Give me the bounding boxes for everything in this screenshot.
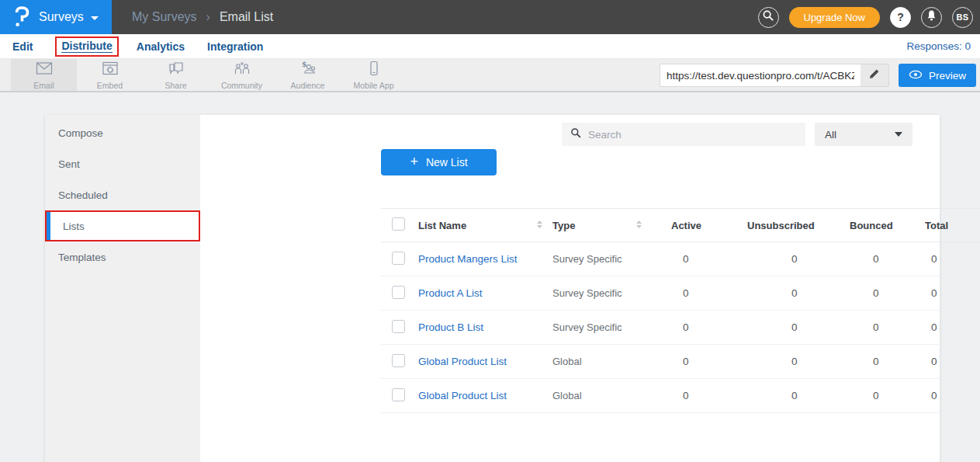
table-row: Global Product List Global 0 0 0 0: [381, 379, 980, 413]
distribute-channel-toolbar: Email Embed Share Community: [0, 59, 980, 92]
app-window: Surveys My Surveys › Email List Upgrade …: [0, 0, 980, 462]
list-type: Survey Specific: [552, 287, 652, 299]
unsubscribed-count: 0: [722, 287, 830, 299]
list-type-filter-dropdown[interactable]: All: [815, 123, 912, 146]
sidebar-item-compose[interactable]: Compose: [45, 117, 200, 148]
browser-gear-icon: [101, 61, 119, 79]
sidebar-item-scheduled[interactable]: Scheduled: [45, 179, 200, 210]
table-row: Product Mangers List Survey Specific 0 0…: [381, 242, 980, 276]
column-header-type[interactable]: Type: [552, 220, 652, 231]
breadcrumb: My Surveys › Email List: [132, 10, 273, 24]
channel-email[interactable]: Email: [11, 59, 77, 91]
top-header-bar: Surveys My Surveys › Email List Upgrade …: [0, 0, 980, 34]
active-count: 0: [652, 356, 722, 367]
survey-url-group: Preview: [660, 64, 976, 87]
list-search-input[interactable]: [588, 129, 797, 141]
notifications-button[interactable]: [921, 7, 942, 28]
list-name-link[interactable]: Global Product List: [418, 356, 507, 367]
question-mark-icon: ?: [897, 11, 904, 23]
list-type: Survey Specific: [552, 253, 652, 265]
total-count: 0: [908, 356, 970, 367]
breadcrumb-current-page: Email List: [220, 10, 273, 24]
channel-mobile-app[interactable]: Mobile App: [341, 59, 407, 91]
sort-icon[interactable]: [635, 220, 642, 231]
channel-community[interactable]: Community: [209, 59, 275, 91]
chevron-down-icon: [91, 16, 99, 20]
active-count: 0: [652, 253, 722, 265]
channel-share[interactable]: Share: [143, 59, 209, 91]
column-header-list-name[interactable]: List Name: [418, 220, 552, 231]
active-count: 0: [652, 287, 722, 299]
eye-icon: [909, 70, 923, 82]
search-button[interactable]: [758, 7, 779, 28]
total-count: 0: [908, 321, 970, 333]
list-name-link[interactable]: Product B List: [418, 321, 483, 333]
row-checkbox[interactable]: [392, 252, 405, 265]
distribute-annotation-box: Distribute: [55, 36, 118, 57]
questionpro-logo-icon: [12, 5, 31, 30]
list-type: Survey Specific: [552, 321, 652, 333]
list-type: Global: [552, 390, 652, 401]
total-count: 0: [908, 390, 970, 401]
plus-icon: +: [410, 155, 418, 168]
list-type: Global: [552, 356, 652, 367]
row-checkbox[interactable]: [392, 286, 405, 299]
mobile-phone-icon: [365, 61, 383, 79]
table-row: Global Product List Global 0 0 0 0: [381, 345, 980, 379]
list-name-link[interactable]: Product A List: [418, 287, 483, 299]
people-group-icon: [232, 61, 252, 79]
sort-icon[interactable]: [536, 220, 543, 231]
bounced-count: 0: [830, 287, 908, 299]
row-checkbox[interactable]: [392, 388, 405, 401]
new-list-button[interactable]: + New List: [381, 149, 497, 175]
tab-edit[interactable]: Edit: [12, 40, 33, 53]
bounced-count: 0: [830, 253, 908, 265]
total-count: 0: [908, 287, 970, 299]
upgrade-now-button[interactable]: Upgrade Now: [789, 7, 881, 28]
preview-button[interactable]: Preview: [899, 64, 976, 87]
responses-count[interactable]: Responses: 0: [906, 40, 971, 52]
tab-distribute[interactable]: Distribute: [61, 40, 112, 53]
breadcrumb-my-surveys[interactable]: My Surveys: [132, 10, 197, 24]
channel-embed[interactable]: Embed: [77, 59, 143, 91]
column-header-total: Total: [908, 220, 970, 231]
tab-integration[interactable]: Integration: [207, 40, 263, 53]
tab-analytics[interactable]: Analytics: [137, 40, 185, 53]
user-avatar[interactable]: BS: [952, 7, 973, 28]
table-header-row: List Name Type Active Unsubscribed Bounc…: [381, 208, 980, 242]
survey-url-box: [660, 64, 889, 87]
preview-label: Preview: [929, 70, 966, 82]
list-name-link[interactable]: Product Mangers List: [418, 253, 518, 265]
table-row: Product B List Survey Specific 0 0 0 0: [381, 311, 980, 345]
help-button[interactable]: ?: [890, 7, 911, 28]
filter-selected-value: All: [825, 129, 836, 141]
envelope-icon: [35, 61, 54, 79]
channel-label: Audience: [291, 81, 325, 90]
search-icon: [762, 9, 774, 25]
survey-nav-tabs: Edit Distribute Analytics Integration Re…: [0, 34, 980, 59]
email-sidebar: Compose Sent Scheduled Lists Templates: [45, 115, 200, 462]
unsubscribed-count: 0: [722, 356, 830, 367]
product-switcher[interactable]: Surveys: [0, 0, 112, 34]
column-header-unsubscribed: Unsubscribed: [722, 220, 830, 231]
sidebar-item-lists[interactable]: Lists: [45, 210, 200, 241]
lists-panel: All + New List List Name T: [200, 115, 940, 462]
bounced-count: 0: [830, 390, 908, 401]
select-all-checkbox[interactable]: [392, 217, 405, 231]
column-header-bounced: Bounced: [830, 220, 908, 231]
row-checkbox[interactable]: [392, 354, 405, 367]
chevron-down-icon: [895, 132, 902, 137]
pencil-icon: [868, 68, 880, 83]
list-name-link[interactable]: Global Product List: [418, 390, 507, 401]
channel-label: Mobile App: [354, 81, 394, 90]
search-icon: [570, 127, 581, 141]
survey-url-input[interactable]: [660, 70, 861, 82]
row-checkbox[interactable]: [392, 320, 405, 333]
sidebar-item-templates[interactable]: Templates: [45, 241, 200, 273]
edit-url-button[interactable]: [861, 64, 888, 86]
unsubscribed-count: 0: [722, 390, 830, 401]
unsubscribed-count: 0: [722, 253, 830, 265]
email-lists-card: Compose Sent Scheduled Lists Templates A…: [45, 115, 940, 462]
sidebar-item-sent[interactable]: Sent: [45, 148, 200, 179]
channel-audience[interactable]: $ Audience: [275, 59, 341, 91]
